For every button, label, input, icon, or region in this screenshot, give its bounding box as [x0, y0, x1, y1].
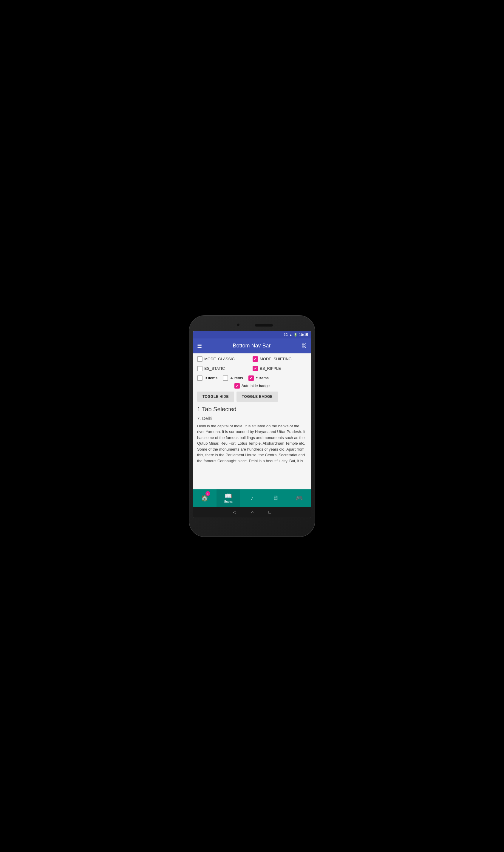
city-title: 7. Delhi: [197, 416, 307, 421]
mode-shifting-row[interactable]: MODE_SHIFTING: [253, 356, 307, 362]
nav-item-home[interactable]: 🏠 1: [193, 489, 217, 507]
items-3-checkbox[interactable]: [197, 376, 202, 381]
items-4-checkbox[interactable]: [223, 376, 228, 381]
books-label: Books: [224, 500, 233, 503]
bs-ripple-checkbox[interactable]: [253, 366, 258, 371]
phone-device: 3G ▲ 🔋 10:15 ☰ Bottom Nav Bar ⛓ MODE_CLA…: [190, 316, 314, 537]
clock: 10:15: [299, 333, 308, 337]
main-content: MODE_CLASSIC MODE_SHIFTING BS_STATIC BS_…: [193, 354, 311, 489]
status-bar: 3G ▲ 🔋 10:15: [193, 331, 311, 339]
link-icon[interactable]: ⛓: [302, 343, 307, 349]
phone-top-bar: [193, 321, 311, 330]
app-bar: ☰ Bottom Nav Bar ⛓: [193, 339, 311, 354]
front-camera: [237, 324, 239, 326]
mode-classic-label: MODE_CLASSIC: [204, 357, 235, 361]
android-nav-bar: ◁ ○ □: [193, 507, 311, 518]
signal-indicator: 3G: [284, 333, 288, 337]
mode-shifting-label: MODE_SHIFTING: [260, 357, 292, 361]
bs-static-row[interactable]: BS_STATIC: [197, 366, 251, 371]
nav-item-tv[interactable]: 🖥: [264, 489, 287, 507]
nav-item-games[interactable]: 🎮: [287, 489, 311, 507]
bottom-nav-bar: 🏠 1 📖 Books ♪ 🖥 🎮: [193, 489, 311, 507]
items-5-label: 5 items: [256, 376, 269, 380]
books-icon: 📖: [224, 492, 232, 500]
toggle-hide-button[interactable]: TOGGLE HIDE: [197, 392, 234, 402]
auto-hide-row[interactable]: Auto hide badge: [197, 383, 307, 388]
phone-bottom-bar: [193, 519, 311, 531]
app-title: Bottom Nav Bar: [233, 343, 270, 349]
battery-icon: 🔋: [293, 333, 298, 337]
home-button[interactable]: ○: [251, 510, 253, 514]
bs-ripple-label: BS_RIPPLE: [260, 366, 281, 371]
games-icon: 🎮: [295, 494, 303, 502]
mode-shifting-checkbox[interactable]: [253, 356, 258, 362]
mode-classic-checkbox[interactable]: [197, 356, 202, 362]
auto-hide-checkbox[interactable]: [234, 383, 240, 388]
signal-icon: ▲: [289, 333, 292, 337]
items-3-label: 3 items: [205, 376, 217, 380]
menu-icon[interactable]: ☰: [197, 343, 202, 349]
mode-classic-row[interactable]: MODE_CLASSIC: [197, 356, 251, 362]
buttons-row: TOGGLE HIDE TOGGLE BADGE: [197, 392, 307, 402]
items-row: 3 items 4 items 5 items: [197, 376, 307, 381]
tab-selected-text: 1 Tab Selected: [197, 406, 307, 413]
bs-static-checkbox[interactable]: [197, 366, 202, 371]
tv-icon: 🖥: [273, 494, 278, 501]
auto-hide-label: Auto hide badge: [241, 383, 270, 388]
toggle-badge-button[interactable]: TOGGLE BADGE: [236, 392, 278, 402]
music-icon: ♪: [251, 494, 253, 501]
items-4-label: 4 items: [231, 376, 243, 380]
checkbox-grid: MODE_CLASSIC MODE_SHIFTING BS_STATIC BS_…: [197, 356, 307, 374]
nav-item-books[interactable]: 📖 Books: [217, 489, 240, 507]
bs-static-label: BS_STATIC: [204, 366, 225, 371]
items-5-checkbox[interactable]: [248, 376, 254, 381]
speaker: [255, 324, 273, 327]
phone-screen: 3G ▲ 🔋 10:15 ☰ Bottom Nav Bar ⛓ MODE_CLA…: [193, 331, 311, 518]
city-description: Delhi is the capital of India. It is sit…: [197, 423, 307, 464]
recents-button[interactable]: □: [269, 510, 271, 514]
home-badge: 1: [205, 491, 210, 496]
nav-item-music[interactable]: ♪: [240, 489, 264, 507]
bs-ripple-row[interactable]: BS_RIPPLE: [253, 366, 307, 371]
back-button[interactable]: ◁: [233, 510, 236, 514]
